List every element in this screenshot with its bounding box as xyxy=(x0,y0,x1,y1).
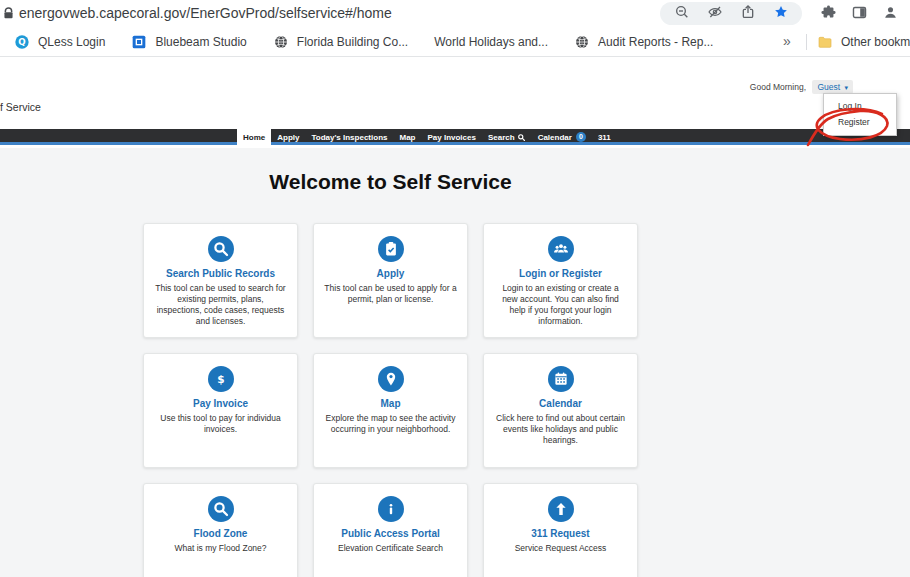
nav-item-label: Search xyxy=(488,133,515,142)
nav-item-home[interactable]: Home xyxy=(237,129,271,145)
bookmark-bluebeam-studio[interactable]: Bluebeam Studio xyxy=(131,34,246,50)
bluebeam-icon xyxy=(131,34,147,50)
nav-item-label: 311 xyxy=(598,133,611,142)
bookmark-label: Audit Reports - Rep... xyxy=(598,35,713,49)
user-menu-label: Guest xyxy=(817,82,840,92)
page-title: Welcome to Self Service xyxy=(143,170,638,194)
nav-item-label: Map xyxy=(399,133,415,142)
globe-icon xyxy=(273,34,289,50)
bookmark-florida-building-co[interactable]: Florida Building Co... xyxy=(273,34,408,50)
card-description: What is my Flood Zone? xyxy=(154,543,287,554)
page-content: Welcome to Self Service Search Public Re… xyxy=(0,148,910,577)
card-title: Search Public Records xyxy=(154,268,287,279)
bookmarks-overflow-chevron[interactable]: » xyxy=(783,33,791,49)
calendar-count-badge: 0 xyxy=(576,132,586,142)
nav-item-calendar[interactable]: Calendar0 xyxy=(532,129,592,145)
bookmark-label: World Holidays and... xyxy=(434,35,548,49)
search-icon xyxy=(515,133,526,142)
bookmark-qless-login[interactable]: QQLess Login xyxy=(14,34,105,50)
card-title: Login or Register xyxy=(494,268,627,279)
bookmark-label: QLess Login xyxy=(38,35,105,49)
nav-item-today-s-inspections[interactable]: Today's Inspections xyxy=(305,129,393,145)
site-logo-fragment: f Service xyxy=(0,101,41,113)
folder-icon xyxy=(817,34,833,50)
search-icon xyxy=(208,236,234,262)
nav-item-search[interactable]: Search xyxy=(482,129,532,145)
nav-item-label: Home xyxy=(243,133,265,142)
profile-avatar-icon[interactable] xyxy=(882,4,899,21)
card-title: Pay Invoice xyxy=(154,398,287,409)
card-search-public-records[interactable]: Search Public RecordsThis tool can be us… xyxy=(143,223,298,338)
bookmark-label: Bluebeam Studio xyxy=(155,35,246,49)
nav-item-label: Pay Invoices xyxy=(427,133,475,142)
nav-item-label: Calendar xyxy=(538,133,572,142)
search-icon xyxy=(208,496,234,522)
card-description: Service Request Access xyxy=(494,543,627,554)
card-title: Map xyxy=(324,398,457,409)
bookmarks-divider xyxy=(806,34,807,50)
card-login-or-register[interactable]: Login or RegisterLogin to an existing or… xyxy=(483,223,638,338)
greeting: Good Morning, Guest ▾ xyxy=(750,80,853,94)
card-description: Login to an existing or create a new acc… xyxy=(494,283,627,327)
calendar-icon xyxy=(548,366,574,392)
svg-text:$: $ xyxy=(217,373,224,385)
nav-item-label: Today's Inspections xyxy=(311,133,387,142)
bookmark-audit-reports-rep[interactable]: Audit Reports - Rep... xyxy=(574,34,713,50)
card-311-request[interactable]: 311 RequestService Request Access xyxy=(483,483,638,577)
browser-toolbar: energovweb.capecoral.gov/EnerGovProd/sel… xyxy=(0,0,910,28)
card-public-access-portal[interactable]: Public Access PortalElevation Certificat… xyxy=(313,483,468,577)
globe-icon xyxy=(574,34,590,50)
user-dropdown-menu: Log InRegister xyxy=(823,93,897,136)
card-pay-invoice[interactable]: $Pay InvoiceUse this tool to pay for ind… xyxy=(143,353,298,468)
bookmark-star-icon[interactable] xyxy=(773,4,789,20)
info-icon xyxy=(378,496,404,522)
up-arrow-icon xyxy=(548,496,574,522)
menu-item-register[interactable]: Register xyxy=(824,114,896,130)
users-icon xyxy=(548,236,574,262)
apply-clipboard-icon xyxy=(378,236,404,262)
nav-item-311[interactable]: 311 xyxy=(592,129,617,145)
other-bookmarks-button[interactable]: Other bookmarks xyxy=(817,28,910,56)
card-calendar[interactable]: CalendarClick here to find out about cer… xyxy=(483,353,638,468)
card-description: Explore the map to see the activity occu… xyxy=(324,413,457,435)
side-panel-icon[interactable] xyxy=(851,4,868,21)
nav-item-map[interactable]: Map xyxy=(393,129,421,145)
other-bookmarks-label: Other bookmarks xyxy=(841,35,910,49)
card-title: Flood Zone xyxy=(154,528,287,539)
lock-icon[interactable] xyxy=(1,6,16,21)
zoom-out-icon[interactable] xyxy=(674,4,690,20)
card-title: Public Access Portal xyxy=(324,528,457,539)
extensions-puzzle-icon[interactable] xyxy=(820,4,837,21)
nav-item-label: Apply xyxy=(277,133,299,142)
card-description: Elevation Certificate Search xyxy=(324,543,457,554)
bookmarks-bar: QQLess LoginBluebeam StudioFlorida Build… xyxy=(0,28,910,57)
bookmark-label: Florida Building Co... xyxy=(297,35,408,49)
greeting-text: Good Morning, xyxy=(750,82,806,92)
visibility-off-icon[interactable] xyxy=(707,4,723,20)
svg-text:Q: Q xyxy=(18,37,25,47)
card-apply[interactable]: ApplyThis tool can be used to apply for … xyxy=(313,223,468,338)
card-description: This tool can be used to search for exis… xyxy=(154,283,287,327)
card-title: Calendar xyxy=(494,398,627,409)
map-pin-icon xyxy=(378,366,404,392)
nav-item-pay-invoices[interactable]: Pay Invoices xyxy=(421,129,481,145)
dollar-icon: $ xyxy=(208,366,234,392)
menu-item-log-in[interactable]: Log In xyxy=(824,98,896,114)
main-navigation: HomeApplyToday's InspectionsMapPay Invoi… xyxy=(0,129,910,145)
card-description: This tool can be used to apply for a per… xyxy=(324,283,457,305)
caret-down-icon: ▾ xyxy=(844,84,848,91)
user-menu-button[interactable]: Guest ▾ xyxy=(812,80,853,94)
bookmark-world-holidays-and[interactable]: World Holidays and... xyxy=(434,35,548,49)
card-map[interactable]: MapExplore the map to see the activity o… xyxy=(313,353,468,468)
card-description: Click here to find out about certain eve… xyxy=(494,413,627,446)
card-flood-zone[interactable]: Flood ZoneWhat is my Flood Zone? xyxy=(143,483,298,577)
share-icon[interactable] xyxy=(740,4,756,20)
card-title: Apply xyxy=(324,268,457,279)
qless-icon: Q xyxy=(14,34,30,50)
url-bar[interactable]: energovweb.capecoral.gov/EnerGovProd/sel… xyxy=(19,5,392,21)
card-title: 311 Request xyxy=(494,528,627,539)
nav-item-apply[interactable]: Apply xyxy=(271,129,305,145)
card-description: Use this tool to pay for individua invoi… xyxy=(154,413,287,435)
